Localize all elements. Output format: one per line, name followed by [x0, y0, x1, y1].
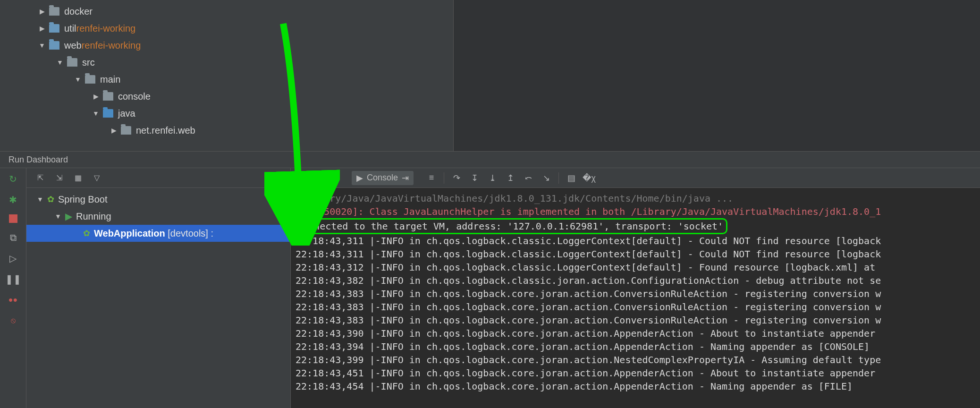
chevron-right-icon[interactable]	[92, 93, 100, 100]
stop-icon[interactable]	[9, 214, 17, 223]
tab-console-label: Console	[367, 173, 398, 183]
tree-row[interactable]: src	[0, 54, 453, 71]
resume-icon[interactable]: ▷	[7, 252, 19, 264]
chevron-down-icon[interactable]	[38, 42, 46, 49]
run-app-suffix: [devtools] :	[168, 228, 213, 239]
expand-all-icon[interactable]: ⇱	[35, 173, 45, 183]
run-root[interactable]: ✿ Spring Boot	[26, 191, 290, 208]
console-line: 22:18:43,394 |-INFO in ch.qos.logback.co…	[296, 340, 980, 353]
tree-label: util	[64, 23, 76, 34]
console-area: Debugger ▶ Console ⇥ ≡ ↷ ↧ ⤓ ↥ ⤺ ↘ ▤ �χ …	[291, 168, 980, 408]
tab-debugger-label: Debugger	[302, 173, 339, 183]
tree-row[interactable]: util renfei-working	[0, 20, 453, 37]
step-out-icon[interactable]: ↥	[505, 172, 516, 184]
tree-row[interactable]: main	[0, 71, 453, 88]
console-line: 22:18:43,383 |-INFO in ch.qos.logback.co…	[296, 287, 980, 300]
console-line: 22:18:43,390 |-INFO in ch.qos.logback.co…	[296, 327, 980, 340]
console-line: 22:18:43,311 |-INFO in ch.qos.logback.cl…	[296, 247, 980, 261]
chevron-down-icon[interactable]	[92, 110, 100, 117]
tab-console[interactable]: ▶ Console ⇥	[352, 171, 414, 185]
tree-label: net.renfei.web	[136, 125, 195, 136]
folder-icon	[49, 7, 59, 16]
play-icon: ▶	[65, 211, 72, 222]
spring-icon: ✿	[83, 228, 90, 238]
run-toolbar: ⇱ ⇲ ▦ ▽	[26, 168, 290, 188]
branch-label: renfei-working	[76, 23, 136, 34]
console-output[interactable]: /Library/Java/JavaVirtualMachines/jdk1.8…	[291, 188, 980, 408]
folder-icon	[121, 126, 131, 135]
folder-icon	[49, 24, 59, 33]
chevron-down-icon[interactable]	[74, 76, 82, 83]
tree-label: src	[82, 57, 95, 68]
spring-icon: ✿	[47, 194, 54, 204]
rerun-icon[interactable]: ↻	[7, 173, 19, 185]
folder-icon	[103, 109, 113, 118]
editor-area	[453, 0, 980, 151]
debug-icon[interactable]: ✱	[7, 194, 19, 206]
tree-row[interactable]: docker	[0, 3, 453, 20]
mute-breakpoints-icon[interactable]: ⦸	[7, 314, 19, 327]
chevron-down-icon[interactable]	[56, 59, 64, 66]
tree-label: console	[118, 91, 151, 102]
filter-icon[interactable]: ▽	[92, 173, 102, 183]
evaluate-icon[interactable]: ▤	[566, 172, 577, 184]
console-line: 22:18:43,383 |-INFO in ch.qos.logback.co…	[296, 300, 980, 314]
run-state[interactable]: ▶ Running	[26, 208, 290, 225]
console-line: 22:18:43,383 |-INFO in ch.qos.logback.co…	[296, 314, 980, 327]
folder-icon	[85, 75, 95, 84]
step-over-icon[interactable]: ↷	[451, 172, 462, 184]
tree-row[interactable]: java	[0, 105, 453, 122]
chevron-right-icon[interactable]	[110, 127, 118, 134]
console-tabs: Debugger ▶ Console ⇥ ≡ ↷ ↧ ⤓ ↥ ⤺ ↘ ▤ �χ	[291, 168, 980, 188]
console-line: 22:18:43,451 |-INFO in ch.qos.logback.co…	[296, 366, 980, 380]
tree-row[interactable]: console	[0, 88, 453, 105]
run-tree: ⇱ ⇲ ▦ ▽ ✿ Spring Boot ▶ Running ✿ WebApp…	[26, 168, 291, 408]
tab-debugger[interactable]: Debugger	[297, 171, 344, 185]
drop-frame-icon[interactable]: ⤺	[523, 172, 534, 184]
tree-label: web	[64, 40, 82, 51]
grid-icon[interactable]: ▦	[73, 173, 83, 183]
console-line: 22:18:43,454 |-INFO in ch.qos.logback.co…	[296, 380, 980, 393]
soft-wrap-icon[interactable]: ≡	[426, 172, 437, 184]
pause-icon[interactable]: ❚❚	[7, 273, 19, 285]
run-app-label: WebApplication	[94, 228, 165, 239]
step-into-icon[interactable]: ↧	[469, 172, 480, 184]
console-play-icon: ▶	[356, 173, 363, 183]
branch-label: renfei-working	[82, 40, 141, 51]
run-app-selected[interactable]: ✿ WebApplication [devtools] :	[26, 225, 290, 242]
run-gutter: ↻ ✱ ⧉ ▷ ❚❚ ●● ⦸	[0, 168, 26, 408]
breakpoints-icon[interactable]: ●●	[7, 294, 19, 306]
pin-icon: ⇥	[402, 173, 409, 183]
console-line: objc[50020]: Class JavaLaunchHelper is i…	[296, 205, 980, 218]
panel-title: Run Dashboard	[0, 151, 980, 168]
run-to-cursor-icon[interactable]: ↘	[541, 172, 552, 184]
tree-label: java	[118, 108, 135, 119]
console-line: Connected to the target VM, address: '12…	[296, 218, 980, 234]
console-line: 22:18:43,382 |-INFO in ch.qos.logback.cl…	[296, 274, 980, 287]
chevron-right-icon[interactable]	[38, 8, 46, 15]
run-root-label: Spring Boot	[58, 194, 108, 205]
chevron-down-icon	[36, 196, 44, 203]
console-line: 22:18:43,399 |-INFO in ch.qos.logback.co…	[296, 353, 980, 366]
console-line: /Library/Java/JavaVirtualMachines/jdk1.8…	[296, 192, 980, 205]
project-tree[interactable]: dockerutil renfei-workingweb renfei-work…	[0, 0, 453, 151]
tree-label: main	[100, 74, 120, 85]
console-line: 22:18:43,311 |-INFO in ch.qos.logback.cl…	[296, 234, 980, 247]
tree-row[interactable]: web renfei-working	[0, 37, 453, 54]
run-state-label: Running	[76, 211, 111, 222]
folder-icon	[49, 41, 59, 50]
console-line: 22:18:43,312 |-INFO in ch.qos.logback.cl…	[296, 261, 980, 274]
chevron-down-icon	[54, 212, 62, 220]
folder-icon	[67, 58, 77, 67]
force-step-icon[interactable]: ⤓	[487, 172, 498, 184]
folder-icon	[103, 92, 113, 101]
tree-label: docker	[64, 6, 93, 17]
highlighted-line: Connected to the target VM, address: '12…	[293, 218, 727, 234]
chevron-right-icon[interactable]	[38, 25, 46, 32]
tree-row[interactable]: net.renfei.web	[0, 122, 453, 139]
layout-icon[interactable]: ⧉	[7, 231, 19, 244]
collapse-all-icon[interactable]: ⇲	[54, 173, 64, 183]
settings-icon[interactable]: �χ	[583, 172, 595, 184]
